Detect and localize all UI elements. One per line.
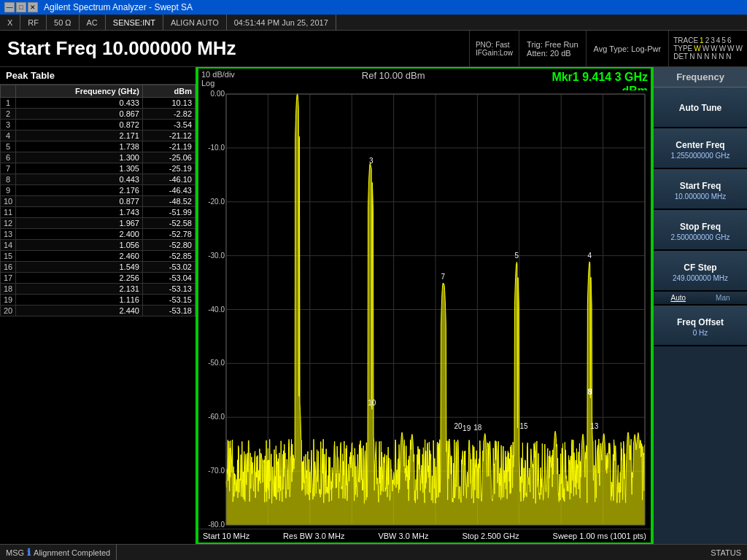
row-num: 14 — [1, 240, 16, 251]
trace-6: 6 — [727, 36, 732, 44]
right-btn-label-4: CF Step — [684, 262, 716, 273]
table-row: 92.176-46.43 — [1, 185, 196, 196]
top-status-bar: X RF 50 Ω AC SENSE:INT ALIGN AUTO 04:51:… — [0, 15, 747, 31]
row-dbm: 10.13 — [142, 98, 195, 109]
sub-label-auto[interactable]: Auto — [670, 294, 686, 302]
status-impedance: 50 Ω — [47, 15, 80, 30]
freq-sub-info: PNO: Fast IFGain:Low — [469, 31, 519, 66]
type-val6: W — [736, 44, 743, 52]
row-dbm: -3.54 — [142, 120, 195, 131]
maximize-btn[interactable]: □ — [16, 2, 26, 12]
row-dbm: -48.52 — [142, 196, 195, 207]
row-num: 4 — [1, 131, 16, 141]
type-vals: W — [694, 44, 700, 52]
sub-label-man[interactable]: Man — [716, 294, 729, 302]
row-freq: 1.743 — [16, 207, 143, 218]
right-btn-1[interactable]: Center Freq1.255000000 GHz — [654, 128, 747, 169]
right-btn-label-1: Center Freq — [676, 140, 724, 150]
row-num: 18 — [1, 284, 16, 295]
row-freq: 0.433 — [16, 98, 143, 109]
row-num: 13 — [1, 229, 16, 240]
row-dbm: -25.06 — [142, 152, 195, 163]
right-btn-label-3: Stop Freq — [680, 222, 721, 232]
table-row: 10.43310.13 — [1, 98, 196, 109]
footer-stop: Stop 2.500 GHz — [462, 532, 519, 540]
close-btn[interactable]: ✕ — [28, 2, 38, 12]
trace-label: TRACE — [673, 36, 698, 44]
row-freq: 2.440 — [16, 306, 143, 316]
row-num: 1 — [1, 98, 16, 109]
table-row: 121.967-52.58 — [1, 218, 196, 229]
status-ac: AC — [80, 15, 106, 30]
right-btn-4[interactable]: CF Step249.000000 MHz — [654, 251, 747, 292]
row-num: 8 — [1, 174, 16, 185]
right-btn-2[interactable]: Start Freq10.000000 MHz — [654, 169, 747, 210]
table-row: 111.743-51.99 — [1, 207, 196, 218]
row-freq: 2.400 — [16, 229, 143, 240]
right-btn-3[interactable]: Stop Freq2.500000000 GHz — [654, 210, 747, 251]
row-freq: 1.738 — [16, 141, 143, 152]
table-row: 182.131-53.13 — [1, 284, 196, 295]
status-datetime: 04:51:44 PM Jun 25, 2017 — [227, 15, 336, 30]
row-dbm: -53.02 — [142, 262, 195, 273]
row-freq: 0.867 — [16, 109, 143, 120]
status-rf: RF — [20, 15, 47, 30]
type-label: TYPE — [673, 44, 692, 52]
row-dbm: -53.04 — [142, 273, 195, 284]
right-panel-title: Frequency — [654, 67, 747, 88]
row-dbm: -51.99 — [142, 207, 195, 218]
trace-4: 4 — [716, 36, 721, 44]
msg-label: MSG — [6, 548, 24, 557]
pno-info: PNO: Fast — [476, 41, 513, 49]
row-num: 3 — [1, 120, 16, 131]
row-num: 12 — [1, 218, 16, 229]
table-row: 202.440-53.18 — [1, 306, 196, 316]
row-freq: 0.877 — [16, 196, 143, 207]
table-row: 20.867-2.82 — [1, 109, 196, 120]
table-row: 132.400-52.78 — [1, 229, 196, 240]
row-dbm: -46.10 — [142, 174, 195, 185]
trace-info: TRACE 1 2 3 4 5 6 TYPE W W W W W W DET N… — [668, 31, 747, 66]
right-btn-value-3: 2.500000000 GHz — [670, 233, 729, 241]
right-btn-0[interactable]: Auto Tune — [654, 88, 747, 128]
table-row: 30.872-3.54 — [1, 120, 196, 131]
peak-table: Frequency (GHz) dBm 10.43310.1320.867-2.… — [0, 85, 196, 544]
chart-scale-info: 10 dB/div Log — [201, 70, 235, 88]
trig-label: Trig: Free Run — [527, 40, 578, 49]
row-dbm: -25.19 — [142, 163, 195, 174]
row-num: 15 — [1, 251, 16, 262]
row-dbm: -21.12 — [142, 131, 195, 141]
right-btn-5[interactable]: Freq Offset0 Hz — [654, 306, 747, 346]
right-btn-value-2: 10.000000 MHz — [675, 192, 727, 201]
minimize-btn[interactable]: — — [4, 2, 15, 12]
ifgain-info: IFGain:Low — [476, 49, 513, 57]
det-vals: N N N N N N — [689, 52, 731, 61]
row-freq: 1.549 — [16, 262, 143, 273]
table-row: 51.738-21.19 — [1, 141, 196, 152]
row-freq: 2.171 — [16, 131, 143, 141]
status-sense: SENSE:INT — [106, 15, 163, 30]
footer-start: Start 10 MHz — [203, 532, 249, 540]
info-icon: ℹ — [27, 547, 31, 558]
table-row: 152.460-52.85 — [1, 251, 196, 262]
status-message: Alignment Completed — [34, 548, 110, 557]
window-controls[interactable]: — □ ✕ — [4, 2, 38, 12]
row-num: 5 — [1, 141, 16, 152]
freq-display: Start Freq 10.000000 MHz — [0, 31, 469, 66]
row-dbm: -52.58 — [142, 218, 195, 229]
row-dbm: -46.43 — [142, 185, 195, 196]
right-btn-label-0: Auto Tune — [679, 103, 721, 113]
msg-segment: MSG ℹ Alignment Completed — [0, 545, 117, 560]
avg-type: Avg Type: Log-Pwr — [586, 31, 669, 66]
right-btn-sub-4[interactable]: AutoMan — [654, 292, 747, 306]
right-buttons: Auto TuneCenter Freq1.255000000 GHzStart… — [654, 88, 747, 346]
trace-5: 5 — [721, 36, 726, 44]
row-num: 19 — [1, 295, 16, 306]
right-btn-label-5: Freq Offset — [677, 317, 724, 327]
main-content: Peak Table Frequency (GHz) dBm 10.43310.… — [0, 67, 747, 544]
app-title: Agilent Spectrum Analyzer - Swept SA — [44, 2, 193, 12]
row-dbm: -53.13 — [142, 284, 195, 295]
status-x: X — [0, 15, 20, 30]
table-row: 191.116-53.15 — [1, 295, 196, 306]
row-freq: 2.131 — [16, 284, 143, 295]
